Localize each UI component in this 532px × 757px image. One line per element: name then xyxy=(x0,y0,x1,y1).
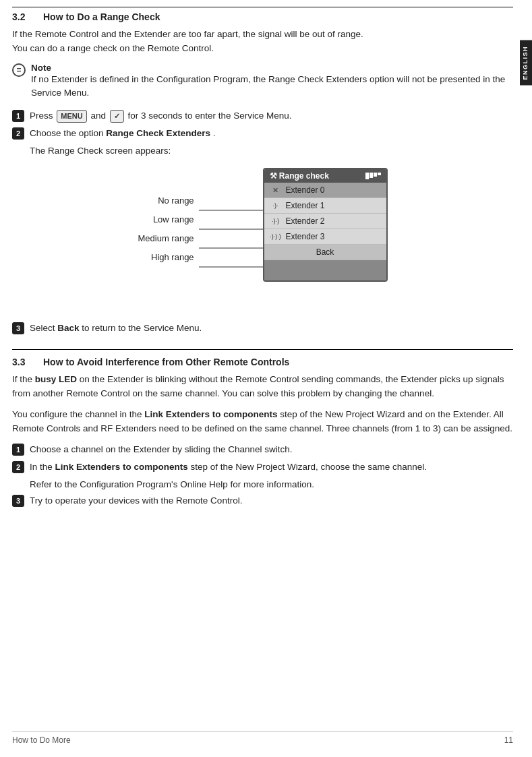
battery-icon xyxy=(365,173,381,179)
s33-step-1-body: Choose a channel on the Extender by slid… xyxy=(30,444,293,454)
check-button-icon: ✓ xyxy=(110,110,124,123)
screen-header: ⚒ Range check xyxy=(264,169,386,183)
step-2-pre: Choose the option xyxy=(30,128,106,138)
s33-step-1-num: 1 xyxy=(12,444,24,456)
step-1: 1 Press MENU and ✓ for 3 seconds to ente… xyxy=(12,109,513,123)
note-content: Note If no Extender is defined in the Co… xyxy=(31,63,513,100)
busy-led: busy LED xyxy=(35,374,77,384)
screen-title: ⚒ Range check xyxy=(270,171,329,181)
footer-right: 11 xyxy=(504,735,513,745)
step-1-mid: and xyxy=(90,111,108,121)
note-title: Note xyxy=(31,63,513,73)
step-2-text: Choose the option Range Check Extenders … xyxy=(30,127,513,141)
battery-bars xyxy=(365,173,381,179)
step-2-bold: Range Check Extenders xyxy=(106,128,210,138)
step-2: 2 Choose the option Range Check Extender… xyxy=(12,127,513,141)
menu-button-icon: MENU xyxy=(57,110,86,123)
step-1-text: Press MENU and ✓ for 3 seconds to enter … xyxy=(30,109,513,123)
s33-step-2-pre: In the xyxy=(30,462,55,472)
extender-3-label: Extender 3 xyxy=(286,232,325,241)
s33-step-2-num: 2 xyxy=(12,461,24,473)
extender-1-label: Extender 1 xyxy=(286,201,325,210)
battery-bar-3 xyxy=(374,173,377,177)
extender-0-row: ✕ Extender 0 xyxy=(264,183,386,198)
footer-left: How to Do More xyxy=(12,735,71,745)
section-32-num: 3.2 xyxy=(12,11,32,22)
section-divider xyxy=(12,349,513,350)
extender-0-icon: ✕ xyxy=(270,186,282,195)
section-33-body2: You configure the channel in the Link Ex… xyxy=(12,408,513,436)
screen-mockup: ⚒ Range check ✕ Extender 0 xyxy=(263,168,388,282)
s33-step-3-num: 3 xyxy=(12,495,24,507)
s33-step-2-text: In the Link Extenders to components step… xyxy=(30,460,513,475)
back-label: Back xyxy=(316,247,334,257)
step-1-post: for 3 seconds to enter the Service Menu. xyxy=(127,111,291,121)
section-32-body1: If the Remote Control and the Extender a… xyxy=(12,28,513,42)
s33-step-3-body: Try to operate your devices with the Rem… xyxy=(30,495,242,506)
medium-range-label: Medium range xyxy=(138,229,194,247)
extender-2-label: Extender 2 xyxy=(286,216,325,226)
extender-1-row: ·)· Extender 1 xyxy=(264,198,386,214)
screen-footer-bar xyxy=(264,260,386,280)
battery-bar-1 xyxy=(365,173,369,179)
step-3-text: Select Back to return to the Service Men… xyxy=(30,322,513,336)
step-3-num: 3 xyxy=(12,322,24,334)
section-33-num: 3.3 xyxy=(12,357,32,367)
section-32-heading: 3.2 How to Do a Range Check xyxy=(12,7,513,22)
section-33-title: How to Avoid Interference from Other Rem… xyxy=(43,357,289,367)
no-range-label: No range xyxy=(158,191,194,210)
step-3-post: to return to the Service Menu. xyxy=(82,323,202,333)
low-range-label: Low range xyxy=(153,210,194,229)
extender-3-row: ·)·)·) Extender 3 xyxy=(264,229,386,245)
high-range-label: High range xyxy=(151,247,194,266)
s33-step-1-text: Choose a channel on the Extender by slid… xyxy=(30,443,513,457)
step-2-sub: The Range Check screen appears: xyxy=(30,144,513,158)
extender-0-label: Extender 0 xyxy=(286,185,325,195)
extender-2-row: ·)·) Extender 2 xyxy=(264,214,386,229)
step-3: 3 Select Back to return to the Service M… xyxy=(12,322,513,336)
step-1-pre: Press xyxy=(30,111,55,121)
lang-tab: ENGLISH xyxy=(520,40,532,86)
extender-2-icon: ·)·) xyxy=(270,218,282,224)
section-33-p2: You configure the channel in the Link Ex… xyxy=(12,408,513,436)
s33-step-3-text: Try to operate your devices with the Rem… xyxy=(30,494,513,508)
section-32-body2: You can do a range check on the Remote C… xyxy=(12,42,513,56)
link-extenders-bold: Link Extenders to components xyxy=(144,409,277,419)
battery-bar-2 xyxy=(370,173,373,178)
step-2-num: 2 xyxy=(12,127,24,140)
s33-step-2-bold: Link Extenders to components xyxy=(55,462,188,472)
s33-step-2-sub: Refer to the Configuration Program's Onl… xyxy=(30,478,513,492)
note-icon: = xyxy=(12,63,26,77)
s33-step-2: 2 In the Link Extenders to components st… xyxy=(12,460,513,475)
note-box: = Note If no Extender is defined in the … xyxy=(12,63,513,100)
page-footer: How to Do More 11 xyxy=(12,731,513,745)
step-1-num: 1 xyxy=(12,110,24,122)
range-labels: No range Low range Medium range High ran… xyxy=(138,191,194,266)
note-body: If no Extender is defined in the Configu… xyxy=(31,73,513,100)
battery-bar-4 xyxy=(378,173,381,175)
section-33-heading: 3.3 How to Avoid Interference from Other… xyxy=(12,357,513,367)
section-32-body: If the Remote Control and the Extender a… xyxy=(12,28,513,56)
step-3-bold: Back xyxy=(57,323,79,333)
diagram-area: No range Low range Medium range High ran… xyxy=(12,168,513,309)
section-33-p1: If the busy LED on the Extender is blink… xyxy=(12,373,513,401)
section-32-title: How to Do a Range Check xyxy=(43,11,160,22)
s33-step-3: 3 Try to operate your devices with the R… xyxy=(12,494,513,508)
s33-step-2-post: step of the New Project Wizard, choose t… xyxy=(191,462,427,472)
section-33-body1: If the busy LED on the Extender is blink… xyxy=(12,373,513,401)
back-row: Back xyxy=(264,245,386,260)
step-3-pre: Select xyxy=(30,323,57,333)
step-2-post: . xyxy=(213,128,216,138)
extender-3-icon: ·)·)·) xyxy=(270,233,282,240)
extender-1-icon: ·)· xyxy=(270,202,282,209)
s33-step-1: 1 Choose a channel on the Extender by sl… xyxy=(12,443,513,457)
